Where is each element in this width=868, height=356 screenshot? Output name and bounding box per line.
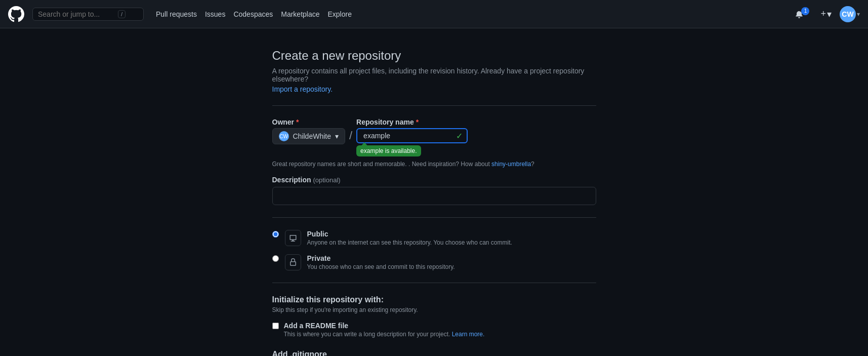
notifications-button[interactable]: 1: [795, 10, 812, 18]
private-icon: [285, 254, 301, 270]
public-icon: [285, 230, 301, 246]
avatar: CW: [840, 6, 856, 22]
private-desc: You choose who can see and commit to thi…: [307, 263, 455, 270]
readme-text: Add a README file This is where you can …: [284, 322, 485, 338]
nav-marketplace[interactable]: Marketplace: [281, 10, 319, 18]
readme-learn-link[interactable]: Learn more.: [452, 331, 485, 338]
readme-desc: This is where you can write a long descr…: [284, 331, 485, 338]
section-divider: [272, 105, 596, 106]
avatar-chevron-icon: ▾: [857, 11, 860, 18]
readme-checkbox[interactable]: [272, 323, 279, 329]
slash-divider: /: [349, 118, 352, 142]
gitignore-title: Add .gitignore: [272, 350, 596, 356]
public-text: Public Anyone on the internet can see th…: [307, 230, 512, 246]
notification-badge: 1: [801, 7, 809, 15]
readme-row: Add a README file This is where you can …: [272, 322, 596, 338]
owner-name: ChildeWhite: [293, 132, 331, 140]
description-label: Description (optional): [272, 176, 596, 184]
repo-name-label: Repository name *: [356, 118, 468, 126]
description-section: Description (optional): [272, 176, 596, 205]
description-input[interactable]: [272, 187, 596, 205]
init-subtitle: Skip this step if you're importing an ex…: [272, 306, 596, 313]
public-desc: Anyone on the internet can see this repo…: [307, 239, 512, 246]
repo-name-field-group: Repository name * ✓ example is available…: [356, 118, 468, 143]
public-title: Public: [307, 230, 512, 238]
owner-avatar: CW: [279, 131, 289, 141]
github-logo-icon[interactable]: [8, 6, 24, 22]
private-title: Private: [307, 254, 455, 262]
chevron-down-icon: ▾: [827, 9, 832, 20]
search-input[interactable]: [38, 10, 114, 18]
plus-icon: +: [820, 9, 826, 19]
visibility-divider: [272, 217, 596, 218]
availability-text: Great repository names are short and mem…: [272, 161, 596, 168]
private-radio[interactable]: [272, 255, 279, 262]
search-shortcut: /: [118, 10, 126, 18]
header-right: 1 + ▾ CW ▾: [795, 6, 860, 22]
owner-chevron-icon: ▾: [335, 132, 339, 140]
user-menu-button[interactable]: CW ▾: [840, 6, 860, 22]
create-button[interactable]: + ▾: [820, 9, 832, 20]
nav-codespaces[interactable]: Codespaces: [233, 10, 273, 18]
main-nav: Pull requests Issues Codespaces Marketpl…: [156, 10, 352, 18]
gitignore-section: Add .gitignore Choose which files not to…: [272, 350, 596, 356]
init-title: Initialize this repository with:: [272, 295, 596, 304]
page-title: Create a new repository: [272, 49, 596, 63]
nav-pull-requests[interactable]: Pull requests: [156, 10, 197, 18]
suggestion-link[interactable]: shiny-umbrella: [491, 161, 531, 168]
public-radio[interactable]: [272, 231, 279, 238]
visibility-section: Public Anyone on the internet can see th…: [272, 230, 596, 270]
repo-name-check-icon: ✓: [456, 131, 463, 141]
owner-required-star: *: [296, 118, 299, 126]
repo-name-required-star: *: [416, 118, 419, 126]
owner-select[interactable]: CW ChildeWhite ▾: [272, 128, 345, 144]
nav-issues[interactable]: Issues: [205, 10, 225, 18]
nav-explore[interactable]: Explore: [328, 10, 352, 18]
repo-name-input-wrapper: ✓ example is available.: [356, 128, 468, 143]
owner-repo-row: Owner * CW ChildeWhite ▾ / Repository na…: [272, 118, 596, 144]
public-option: Public Anyone on the internet can see th…: [272, 230, 596, 246]
search-bar[interactable]: /: [32, 8, 144, 21]
owner-field-group: Owner * CW ChildeWhite ▾: [272, 118, 345, 144]
private-option: Private You choose who can see and commi…: [272, 254, 596, 270]
owner-label: Owner *: [272, 118, 345, 126]
private-text: Private You choose who can see and commi…: [307, 254, 455, 270]
import-repo-link[interactable]: Import a repository.: [272, 85, 333, 93]
main-content: Create a new repository A repository con…: [0, 28, 868, 356]
readme-label: Add a README file: [284, 322, 485, 330]
page-subtitle: A repository contains all project files,…: [272, 67, 596, 83]
repo-name-input[interactable]: [356, 128, 468, 143]
description-optional: (optional): [313, 176, 340, 184]
availability-tooltip: example is available.: [356, 145, 421, 156]
header: / Pull requests Issues Codespaces Market…: [0, 0, 868, 28]
init-section: Initialize this repository with: Skip th…: [272, 295, 596, 338]
create-repo-form: Create a new repository A repository con…: [272, 49, 596, 356]
init-divider: [272, 283, 596, 283]
